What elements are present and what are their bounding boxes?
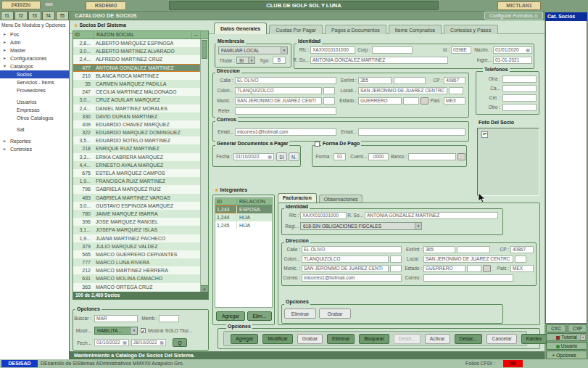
tab[interactable]: Observaciones — [319, 195, 363, 203]
fact-regimen-dropdown[interactable]: 618-SIN OBLIGACIONES FISCALES▾ — [300, 222, 422, 230]
socio-row[interactable]: 379JULIO MARQUEZ VALDEZ — [73, 242, 200, 250]
socio-row[interactable]: 3,3...ERIKA CABRERA MARQUEZ — [73, 153, 200, 161]
column-header-id[interactable]: ID — [215, 198, 237, 205]
tree-item[interactable]: Socios — [0, 70, 69, 78]
fact-calle-field[interactable]: EL OLIVO — [302, 246, 402, 253]
fact-municipio-field[interactable]: SAN JERONIMO DE JUAREZ CENTI — [302, 265, 389, 272]
socio-row[interactable]: 631MARCO MOLINA CAMACHO — [73, 274, 200, 282]
socio-row[interactable]: 3,5...EDUARDO SOTELO MARTINEZ — [73, 136, 200, 144]
fact-localidad-code-field[interactable] — [515, 255, 526, 263]
telefono-cel-field[interactable] — [502, 94, 537, 102]
integrante-row[interactable]: 1,243ESPOSA — [215, 205, 272, 213]
integrante-agregar-button[interactable]: Agregar — [216, 311, 245, 321]
socio-row[interactable]: 675ESTELA MARQUEZ CAMPOS — [73, 169, 200, 177]
generar-fecha-field[interactable]: ▦01/10/2022 — [233, 153, 274, 160]
fact-eliminar-button[interactable]: Eliminar — [284, 308, 316, 319]
socio-row[interactable]: 777MARCO LUNA RIVERA — [73, 258, 200, 266]
socio-row[interactable]: 35CARMEN MARQUEZ PADILLA — [73, 80, 200, 88]
socio-row[interactable]: 322EDUARDO MARQUEZ DOMINGUEZ — [73, 128, 200, 136]
tree-item[interactable]: Master — [0, 46, 69, 54]
tab[interactable]: Items Comprados — [389, 25, 442, 34]
tree-item[interactable]: Proveedores — [0, 86, 69, 94]
fact-correo1-field[interactable]: micorreo1@hotmail.com — [302, 274, 402, 282]
generar-si-button[interactable]: SI — [276, 152, 287, 161]
socio-row[interactable]: 483GABRIELA MARTINEZ VARGAS — [73, 194, 200, 202]
column-header-id[interactable]: ID — [73, 31, 94, 38]
telefono-casa-field[interactable] — [502, 85, 537, 92]
localidad-code-field[interactable] — [449, 87, 463, 94]
tab[interactable]: Cuotas Por Pagar — [269, 25, 323, 34]
tree-item[interactable]: Servicios - Items — [0, 78, 69, 86]
column-header-relacion[interactable]: RELACION — [237, 198, 272, 205]
tipo-field[interactable]: B — [273, 57, 286, 64]
tree-item[interactable]: Pos — [0, 30, 69, 38]
fact-estado-field[interactable]: GUERRERO — [423, 265, 465, 272]
telefono-otra-field[interactable] — [502, 75, 537, 83]
socio-row[interactable]: 210BLANCA ROCA MARTINEZ — [73, 72, 200, 80]
fkey-tab[interactable]: f5 — [56, 11, 69, 20]
colonia-field[interactable]: TLANQUIZOLCO — [235, 87, 322, 94]
tree-item[interactable]: Adm — [0, 38, 69, 46]
cxc-button[interactable]: CXC — [546, 324, 566, 332]
scrollbar[interactable]: ▼ — [200, 39, 208, 292]
fact-colonia-code-field[interactable] — [390, 255, 402, 263]
socio-row[interactable]: 780JAIME MARQUEZ IBARRA — [73, 210, 200, 218]
estado-code-field[interactable] — [403, 97, 419, 105]
socio-row[interactable]: 396JOSE MARQUEZ RANGEL — [73, 218, 200, 226]
email2-field[interactable] — [358, 128, 465, 136]
ingreso-field[interactable]: 01-01-2021 — [493, 57, 532, 64]
column-header-filter[interactable]: – — [192, 31, 201, 38]
fact-grabar-button[interactable]: Grabar — [319, 308, 351, 319]
build-id-button[interactable]: 241022c — [1, 1, 41, 9]
fact-estado-browse-button[interactable] — [483, 265, 491, 272]
memb-input[interactable] — [159, 315, 179, 322]
tab[interactable]: Facturacion — [278, 193, 317, 203]
tree-item[interactable]: Usuarios — [0, 98, 69, 106]
fact-correo2-field[interactable] — [423, 274, 513, 282]
configure-formats-button[interactable]: Configurar Formatos ⎙ — [484, 12, 543, 20]
fact-cp-field[interactable]: 40867 — [510, 246, 534, 253]
generar-no-button[interactable]: N. — [289, 152, 299, 161]
calendar-icon[interactable]: ▦ — [526, 47, 530, 53]
search-input[interactable]: MAR — [94, 315, 138, 322]
forma-field[interactable]: 01 — [334, 153, 346, 160]
action-button[interactable]: Bloquear — [359, 334, 389, 344]
tab[interactable]: Datos Generales — [214, 23, 267, 34]
search-go-button[interactable]: Q — [173, 338, 187, 347]
forma-pago-checkbox[interactable] — [315, 142, 320, 147]
fecha-desde-input[interactable]: ▦01/10/2022 — [94, 339, 129, 346]
localidad-field[interactable]: SAN JERONIMO DE JUAREZ CENTRC — [358, 87, 447, 94]
nacimiento-field[interactable]: ▦01/01/2020 — [493, 46, 532, 54]
tree-item[interactable]: Sat — [0, 126, 69, 134]
socio-row[interactable]: 796GABRIELA MARQUEZ RUIZ — [73, 185, 200, 193]
id-field[interactable]: 0398E — [451, 46, 471, 54]
socio-row[interactable]: 3,0...ALBERTO MARTINEZ ALVARADO — [73, 47, 200, 55]
socio-row[interactable]: 409EDUARDO CHAVEZ MARQUEZ — [73, 120, 200, 128]
integrante-eliminar-button[interactable]: Elim... — [247, 311, 272, 321]
fkey-tab[interactable]: f4 — [42, 11, 55, 20]
solo-titulares-checkbox[interactable]: ✓ — [141, 328, 146, 333]
action-button[interactable]: Activar — [425, 334, 450, 344]
socio-row[interactable]: 1,9...FRANCISCA RUIZ MARTINEZ — [73, 177, 200, 185]
plan-dropdown[interactable]: FAMILIAR LOCAL▾ — [218, 46, 288, 54]
fecha-hasta-input[interactable]: ▦28/10/2022 — [131, 339, 166, 346]
scrollbar-thumb[interactable] — [202, 40, 207, 59]
socio-row[interactable]: 565MARCO GUERRERO CERVANTES — [73, 250, 200, 258]
socio-row[interactable]: 4,4...ERNESTO AYALA MARQUEZ — [73, 161, 200, 169]
socio-row[interactable]: 477ANTONIA GONZALEZ MARTINEZ — [73, 64, 200, 72]
calle-field[interactable]: EL OLIVO — [235, 77, 336, 84]
cp-field[interactable]: 40867 — [444, 77, 465, 84]
action-button[interactable]: Cancelar — [486, 334, 516, 344]
pais-field[interactable]: MEX — [444, 97, 465, 105]
action-button[interactable]: Modificar — [262, 334, 293, 344]
cxp-button[interactable]: CXP — [568, 324, 587, 332]
referencia-field[interactable] — [235, 107, 336, 115]
fact-estado-code-field[interactable] — [467, 265, 481, 272]
fact-colonia-field[interactable]: TLANQUIZOLCO — [302, 255, 389, 263]
fact-ext-field[interactable]: 365 — [423, 246, 455, 253]
fkey-tab[interactable]: f3 — [28, 11, 41, 20]
estado-field[interactable]: GUERRERO — [358, 97, 402, 105]
tree-item[interactable]: Controles — [0, 145, 69, 153]
action-button[interactable]: Kardex — [521, 334, 547, 344]
banco-field[interactable] — [408, 153, 456, 160]
